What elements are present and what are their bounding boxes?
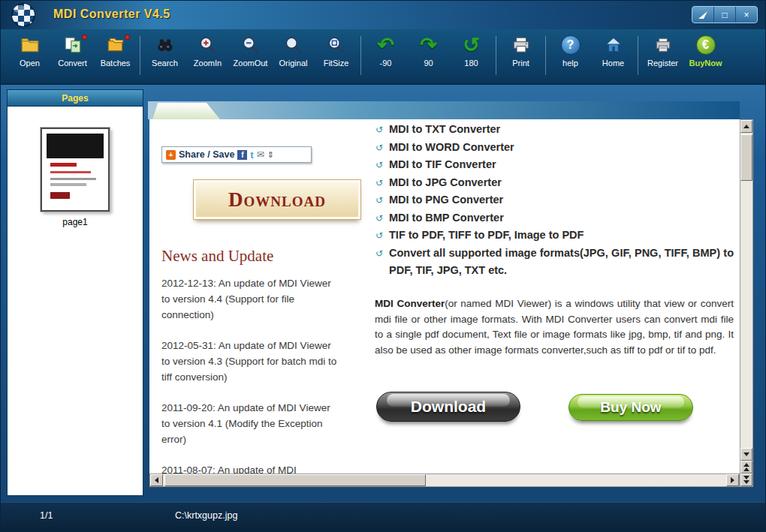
horizontal-scrollbar[interactable]	[149, 473, 740, 487]
title-bar[interactable]: MDI Converter V4.5 □ ×	[1, 1, 765, 29]
vertical-scroll-track[interactable]	[740, 133, 752, 448]
batches-button[interactable]: Batches	[94, 34, 137, 79]
window-title: MDI Converter V4.5	[53, 8, 170, 21]
feature-item: TIF to PDF, TIFF to PDF, Image to PDF	[375, 227, 734, 245]
thumbnail-art	[47, 134, 104, 158]
feature-item: Convert all supported image formats(JPG,…	[375, 245, 734, 280]
original-size-button[interactable]: Original	[272, 34, 315, 79]
news-list: 2012-12-13: An update of MDI Viewer to v…	[161, 275, 340, 473]
toolbar-separator	[140, 36, 140, 75]
toolbar-separator	[360, 36, 361, 75]
vertical-scrollbar[interactable]	[740, 119, 753, 487]
window-controls: □ ×	[692, 6, 758, 23]
zoom-in-button[interactable]: ZoomIn	[186, 34, 229, 79]
mail-icon: ✉	[257, 149, 264, 160]
pages-panel: Pages page1	[7, 89, 143, 496]
rotate-right-icon: ↷	[417, 34, 441, 56]
toolbar-label: Register	[647, 59, 678, 68]
document-view: + Share / Save f t ✉ ⇕ Download News and…	[149, 119, 740, 473]
help-button[interactable]: ? help	[549, 34, 592, 79]
toolbar-label: FitSize	[324, 59, 349, 68]
feature-item: MDI to BMP Converter	[375, 209, 734, 227]
minimize-button[interactable]	[692, 7, 714, 23]
toolbar-label: 180	[464, 59, 478, 68]
magnifier-icon	[282, 34, 306, 56]
feature-item: MDI to JPG Converter	[375, 174, 734, 192]
toolbar-label: 90	[424, 59, 433, 68]
zoom-out-button[interactable]: ZoomOut	[229, 34, 272, 79]
feature-list: MDI to TXT Converter MDI to WORD Convert…	[375, 121, 734, 280]
share-save-widget[interactable]: + Share / Save f t ✉ ⇕	[161, 146, 312, 163]
scroll-right-button[interactable]	[726, 474, 739, 486]
download-glossy-button[interactable]: Download	[376, 392, 520, 422]
toolbar-label: Home	[602, 59, 624, 68]
rotate-minus90-button[interactable]: ↶ -90	[364, 34, 407, 79]
binoculars-icon	[153, 34, 177, 56]
close-button[interactable]: ×	[736, 7, 757, 23]
news-item: 2012-05-31: An update of MDI Viewer to v…	[161, 338, 340, 385]
share-save-label: Share / Save	[179, 149, 234, 160]
feature-item: MDI to PNG Converter	[375, 191, 734, 209]
help-icon: ?	[559, 34, 583, 56]
scroll-down-button[interactable]	[740, 448, 752, 461]
fit-size-button[interactable]: FitSize	[315, 34, 357, 79]
page-indicator: 1/1	[40, 510, 53, 521]
about-paragraph: MDI Converter(or named MDI Viewer) is a …	[375, 296, 734, 358]
feature-item: MDI to TXT Converter	[375, 121, 734, 139]
toolbar-label: Print	[512, 59, 529, 68]
print-button[interactable]: Print	[499, 34, 542, 79]
toolbar-label: ZoomIn	[194, 59, 222, 68]
previous-page-button[interactable]	[740, 461, 752, 473]
horizontal-scroll-thumb[interactable]	[164, 474, 426, 486]
toolbar-label: help	[562, 59, 578, 68]
convert-button[interactable]: Convert	[51, 34, 94, 79]
app-window: MDI Converter V4.5 □ × Open	[0, 0, 766, 532]
convert-icon	[61, 34, 85, 56]
rotate-180-button[interactable]: ↺ 180	[450, 34, 493, 79]
scroll-left-button[interactable]	[150, 474, 163, 486]
horizontal-scroll-track[interactable]	[163, 474, 726, 486]
toolbar-label: ZoomOut	[234, 59, 268, 68]
zoom-in-icon	[196, 34, 220, 56]
toolbar-label: Open	[20, 59, 40, 68]
search-button[interactable]: Search	[143, 34, 186, 79]
maximize-button[interactable]: □	[714, 7, 736, 23]
page-thumbnail[interactable]	[41, 128, 110, 212]
facebook-icon: f	[237, 150, 247, 160]
feature-item: MDI to TIF Converter	[375, 156, 734, 174]
pages-panel-header: Pages	[8, 90, 143, 107]
open-button[interactable]: Open	[8, 34, 51, 79]
document-tab-strip	[148, 101, 740, 119]
buy-now-button[interactable]: € BuyNow	[684, 34, 727, 79]
next-page-button[interactable]	[740, 473, 752, 486]
news-item: 2011-09-20: An update of MDI Viewer to v…	[161, 400, 340, 447]
euro-icon: €	[694, 34, 718, 56]
buy-now-glossy-button[interactable]: Buy Now	[568, 394, 693, 421]
toolbar-label: Convert	[58, 59, 87, 68]
open-folder-icon	[18, 34, 42, 56]
vertical-scroll-thumb[interactable]	[740, 134, 752, 181]
home-button[interactable]: Home	[592, 34, 635, 79]
addthis-icon: +	[166, 150, 176, 160]
scroll-up-button[interactable]	[740, 120, 752, 133]
feature-item: MDI to WORD Converter	[375, 139, 734, 157]
news-item: 2012-12-13: An update of MDI Viewer to v…	[161, 275, 340, 323]
toolbar-separator	[638, 36, 638, 75]
rotate-90-button[interactable]: ↷ 90	[407, 34, 450, 79]
file-path: C:\krtxgupz.jpg	[175, 510, 237, 521]
news-item: 2011-08-07: An update of MDI	[161, 462, 340, 473]
toolbar-separator	[545, 36, 546, 75]
printer-icon	[509, 34, 533, 56]
expand-arrows-icon: ⇕	[267, 150, 274, 160]
about-lead: MDI Converter	[375, 298, 445, 309]
download-box-button[interactable]: Download	[193, 179, 361, 220]
home-icon	[602, 34, 626, 56]
register-button[interactable]: Register	[641, 34, 684, 79]
notification-dot	[82, 35, 87, 40]
toolbar-label: Search	[152, 59, 178, 68]
toolbar-separator	[496, 36, 496, 75]
rotate-left-icon: ↶	[374, 34, 398, 56]
toolbar-label: Batches	[101, 59, 131, 68]
fit-size-icon	[324, 34, 348, 56]
zoom-out-icon	[239, 34, 263, 56]
